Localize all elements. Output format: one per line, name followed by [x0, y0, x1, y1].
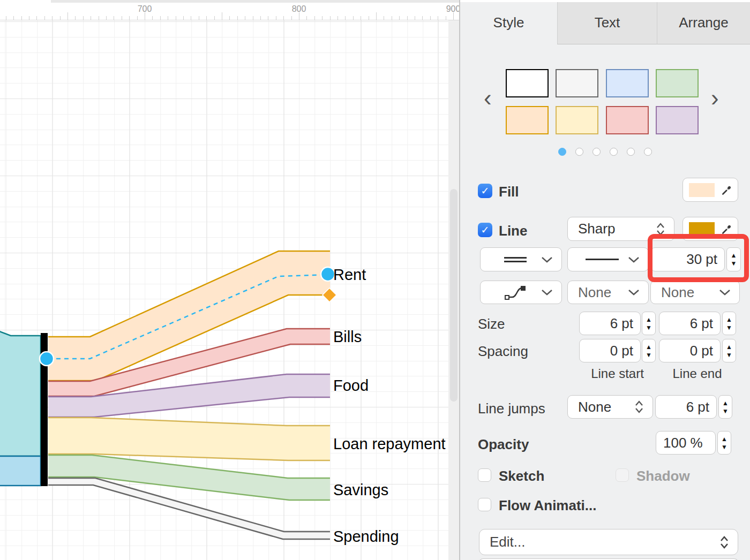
- fill-color-swatch[interactable]: [689, 183, 715, 197]
- flow-edge[interactable]: [48, 374, 330, 397]
- flow-edge[interactable]: [48, 455, 330, 478]
- flow-loan-repayment[interactable]: [48, 418, 330, 460]
- flow-edge[interactable]: [48, 418, 330, 426]
- line-color-swatch[interactable]: [689, 222, 715, 236]
- stepper-up-icon[interactable]: ▲: [726, 344, 732, 350]
- pager-dot[interactable]: [610, 148, 618, 156]
- stepper-up-icon[interactable]: ▲: [646, 316, 652, 323]
- flow-bills[interactable]: [48, 329, 330, 396]
- spacing-start-stepper[interactable]: ▲▼: [642, 339, 656, 362]
- line-dash-style-button[interactable]: [567, 247, 649, 271]
- income-block-teal[interactable]: [0, 330, 41, 456]
- swatch-prev-icon[interactable]: ‹: [484, 87, 492, 109]
- swatch-pager-dots[interactable]: [551, 148, 658, 156]
- selected-edge-outline[interactable]: [48, 275, 328, 359]
- stepper-up-icon[interactable]: ▲: [731, 252, 737, 259]
- flow-label-savings[interactable]: Savings: [333, 481, 388, 499]
- style-swatch[interactable]: [656, 106, 699, 134]
- pager-dot[interactable]: [644, 148, 652, 156]
- flow-rent[interactable]: [48, 251, 330, 381]
- style-swatch[interactable]: [606, 69, 649, 97]
- swatch-next-icon[interactable]: ›: [711, 87, 719, 109]
- style-swatch[interactable]: [556, 106, 598, 134]
- flow-edge[interactable]: [48, 477, 330, 500]
- stepper-down-icon[interactable]: ▼: [726, 324, 732, 331]
- stepper-down-icon[interactable]: ▼: [646, 324, 652, 331]
- waypoints-style-button[interactable]: [480, 281, 562, 304]
- arrow-size-end-stepper[interactable]: ▲▼: [722, 312, 736, 335]
- arrow-size-start-input[interactable]: 6 pt: [579, 312, 641, 335]
- stepper-down-icon[interactable]: ▼: [721, 444, 728, 450]
- flow-label-rent[interactable]: Rent: [333, 266, 366, 284]
- opacity-input[interactable]: 100 %: [656, 431, 716, 455]
- flow-label-bills[interactable]: Bills: [333, 328, 362, 346]
- style-swatch[interactable]: [656, 69, 699, 97]
- sankey-node-bar[interactable]: [41, 333, 48, 486]
- flow-label-food[interactable]: Food: [333, 377, 369, 395]
- flow-edge[interactable]: [48, 295, 330, 381]
- stepper-down-icon[interactable]: ▼: [726, 352, 732, 358]
- pager-dot[interactable]: [558, 148, 566, 156]
- line-width-stepper[interactable]: ▲ ▼: [726, 247, 741, 271]
- fill-color-button[interactable]: [682, 178, 738, 202]
- flow-edge[interactable]: [48, 485, 330, 539]
- arrow-size-end-input[interactable]: 6 pt: [659, 312, 721, 335]
- flow-edge[interactable]: [48, 478, 330, 532]
- spacing-start-input[interactable]: 0 pt: [579, 339, 641, 362]
- flow-edge[interactable]: [48, 344, 330, 396]
- line-jumps-select[interactable]: None: [567, 395, 653, 419]
- stepper-up-icon[interactable]: ▲: [722, 400, 729, 406]
- flow-label-loan-repayment[interactable]: Loan repayment: [333, 435, 446, 453]
- stepper-down-icon[interactable]: ▼: [646, 352, 652, 358]
- diagram-canvas[interactable]: RentBillsFoodLoan repaymentSavingsSpendi…: [0, 20, 448, 560]
- pager-dot[interactable]: [592, 148, 601, 156]
- chevron-down-icon: [628, 289, 640, 296]
- line-checkbox[interactable]: ✓: [478, 223, 492, 237]
- style-swatch[interactable]: [556, 69, 598, 97]
- sketch-checkbox[interactable]: [478, 468, 491, 482]
- stepper-down-icon[interactable]: ▼: [722, 408, 729, 414]
- flow-edge[interactable]: [48, 397, 330, 417]
- stepper-up-icon[interactable]: ▲: [646, 344, 652, 350]
- stepper-down-icon[interactable]: ▼: [731, 260, 737, 267]
- flow-savings[interactable]: [48, 455, 330, 500]
- flow-animation-checkbox[interactable]: [478, 498, 491, 511]
- spacing-end-stepper[interactable]: ▲▼: [722, 339, 736, 362]
- connection-style-button[interactable]: [480, 247, 562, 271]
- fill-checkbox[interactable]: ✓: [478, 184, 492, 198]
- flow-label-spending[interactable]: Spending: [333, 528, 399, 546]
- flow-food[interactable]: [48, 374, 330, 417]
- flow-spending[interactable]: [48, 478, 330, 539]
- line-width-input[interactable]: 30 pt: [650, 247, 725, 271]
- line-style-select[interactable]: Sharp: [567, 217, 674, 241]
- spacing-end-input[interactable]: 0 pt: [659, 339, 721, 362]
- scrollbar-thumb[interactable]: [450, 189, 458, 402]
- pager-dot[interactable]: [575, 148, 583, 156]
- line-jumps-size-input[interactable]: 6 pt: [655, 395, 717, 419]
- edit-style-select[interactable]: Edit...: [479, 529, 738, 555]
- chevron-down-icon: [628, 256, 640, 263]
- edge-endpoint-handle[interactable]: [40, 352, 54, 366]
- line-start-arrow-select[interactable]: None: [567, 281, 649, 304]
- income-block-blue[interactable]: [0, 456, 41, 486]
- flow-edge[interactable]: [48, 329, 330, 381]
- pager-dot[interactable]: [627, 148, 635, 156]
- flow-edge[interactable]: [48, 251, 330, 337]
- arrow-size-start-stepper[interactable]: ▲▼: [642, 312, 656, 335]
- style-swatch[interactable]: [606, 106, 649, 134]
- line-end-arrow-select[interactable]: None: [650, 281, 740, 304]
- tab-style[interactable]: Style: [460, 2, 557, 44]
- flow-edge[interactable]: [48, 454, 330, 460]
- style-swatch[interactable]: [506, 69, 549, 97]
- stepper-up-icon[interactable]: ▲: [726, 316, 732, 323]
- tab-text[interactable]: Text: [557, 2, 657, 44]
- stepper-up-icon[interactable]: ▲: [721, 436, 728, 442]
- line-jumps-size-stepper[interactable]: ▲▼: [718, 395, 732, 419]
- canvas-vertical-scrollbar[interactable]: [448, 20, 460, 560]
- line-color-button[interactable]: [682, 217, 738, 241]
- style-swatch[interactable]: [506, 106, 549, 134]
- tab-arrange[interactable]: Arrange: [657, 2, 750, 44]
- edge-label-handle[interactable]: [322, 288, 336, 302]
- opacity-stepper[interactable]: ▲▼: [717, 431, 731, 455]
- line-jumps-value: None: [578, 399, 611, 415]
